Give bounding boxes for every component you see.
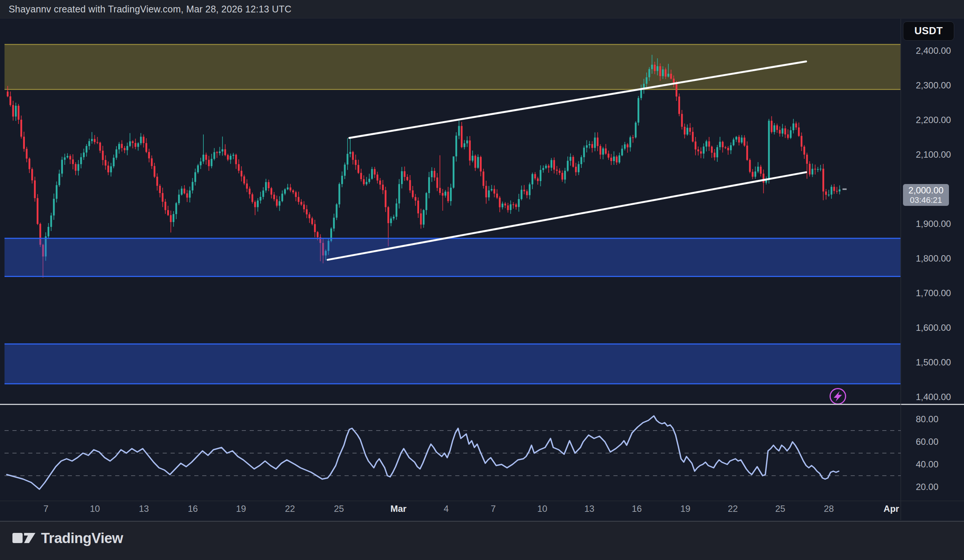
tradingview-logo-icon [12,529,36,547]
supply-zone[interactable] [5,44,901,89]
chart-canvas[interactable] [0,0,964,560]
tradingview-logo[interactable]: TradingView [12,529,123,547]
demand-zone-lower[interactable] [5,344,901,384]
quote-currency-toggle[interactable]: USDT [903,21,954,41]
flash-lightning-button[interactable] [830,389,846,404]
candle-countdown-timer: 03:46:21 [910,195,942,205]
current-price-badge[interactable]: 2,000.00 03:46:21 [903,184,949,206]
demand-zone-upper[interactable] [5,238,901,276]
last-price-dash [842,188,847,190]
rsi-line [7,416,839,489]
pane-separator[interactable] [0,404,964,405]
quote-currency-label: USDT [914,25,943,37]
current-price-value: 2,000.00 [908,185,943,196]
tradingview-brand-text: TradingView [41,530,123,547]
